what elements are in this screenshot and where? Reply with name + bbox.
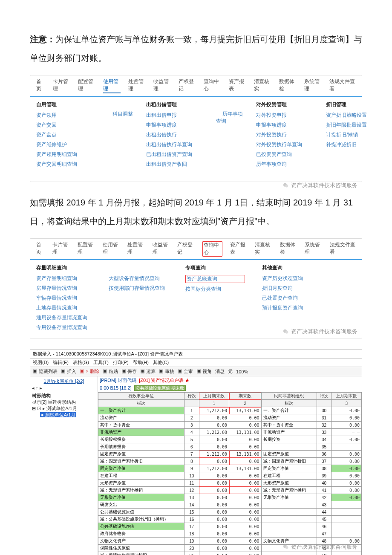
nav-link[interactable]: 资产维修维护 <box>36 141 96 148</box>
tab[interactable]: 处置管理 <box>127 241 145 257</box>
nav-link[interactable]: 对外投资执行 <box>256 131 316 139</box>
tab[interactable]: 配置管理 <box>78 241 95 257</box>
tab[interactable]: 清查核实 <box>255 241 272 257</box>
nav-link[interactable]: 出租出借执行 <box>146 131 206 139</box>
tab[interactable]: 收益管理 <box>153 78 171 93</box>
menu-item[interactable]: 打印(P) <box>113 359 129 366</box>
tab[interactable]: 法规文件查看 <box>330 241 356 257</box>
toolbar-button[interactable]: 100% <box>236 369 248 374</box>
nav-link[interactable]: 资产折旧策略设置 <box>326 112 386 119</box>
watermark: 资产决算软件技术咨询服务 <box>282 328 357 335</box>
nav-link[interactable]: 申报事项进度 <box>256 121 316 129</box>
wechat-icon <box>282 543 289 550</box>
tab[interactable]: 收益管理 <box>153 241 170 257</box>
paragraph-1: 注意：为保证单位资产账与单位财务账一致，每月提完折旧后可使用【折旧月度查询】与单… <box>30 30 362 67</box>
menu-item[interactable]: 编辑(E) <box>53 359 69 366</box>
data-grid: 行政事业单位行次上月期末数期末数民间非营利组织行次上月期末数栏次12栏次3一、资… <box>98 392 362 555</box>
tree-btn-show[interactable]: 显示[2] <box>32 399 46 405</box>
tab[interactable]: 查询中心 <box>204 78 221 93</box>
toolbar-button[interactable]: 消息 <box>215 368 225 375</box>
nav-link[interactable]: 补提冲减折旧 <box>326 141 386 148</box>
menu-item[interactable]: 工具(T) <box>93 359 109 366</box>
toolbar-button[interactable]: ▣ 视角 <box>196 368 212 375</box>
tab[interactable]: 配置管理 <box>78 78 95 93</box>
menu-item[interactable]: 视图(D) <box>33 359 49 366</box>
tree-btn-rebuild[interactable]: 重建树形结构 <box>48 399 76 405</box>
p1-rest: 为保证单位资产账与单位财务账一致，每月提完折旧后可使用【折旧月度查询】与单位财务… <box>30 35 362 63</box>
nav-link[interactable]: 资产交回明细查询 <box>36 161 96 168</box>
nav-link[interactable]: 出租出借执行单查询 <box>146 141 206 148</box>
tab[interactable]: 使用管理 <box>103 241 120 257</box>
svg-point-1 <box>285 185 288 188</box>
screenshot-2-body: 存量明细查询资产存量明细查询房屋存量情况查询车辆存量情况查询土地存量情况查询通用… <box>30 260 362 338</box>
screenshot-1: 首页卡片管理配置管理使用管理处置管理收益管理产权登记查询中心资产报表清查核实数据… <box>30 75 362 182</box>
toolbar-button[interactable]: ▣ 粘贴 <box>103 368 118 375</box>
tab[interactable]: 使用管理 <box>103 78 121 93</box>
screenshot-2: 首页卡片管理配置管理使用管理处置管理收益管理产权登记查询中心资产报表清查核实数据… <box>30 238 362 338</box>
paragraph-2: 如需填报 2019 年 1 月份月报，起始时间 2019 年 1 月 1日，结束… <box>30 193 362 231</box>
nav-link[interactable]: 资产盘点 <box>36 131 96 139</box>
nav-link[interactable]: 对外投资执行单查询 <box>256 141 316 148</box>
toolbar-button[interactable]: ▣ × 删除 <box>80 368 99 375</box>
tab[interactable]: 卡片管理 <box>52 241 70 257</box>
nav-link[interactable]: 计提折旧/摊销 <box>326 131 386 139</box>
tree-link[interactable]: 1月\n报表单位 [2/2] <box>32 378 96 384</box>
wechat-icon <box>282 182 289 189</box>
tab[interactable]: 系统管理 <box>305 241 322 257</box>
tab[interactable]: 资产报表 <box>230 241 248 257</box>
tab[interactable]: 数据体检 <box>280 241 297 257</box>
menubar: 视图(D)编辑(E)表格(G)工具(T)打印(P)帮助(H)其他(C) <box>30 358 362 367</box>
nav-link[interactable]: 折旧年限批量设置 <box>326 121 386 129</box>
tree-item-selected[interactable]: ● 测试单位A/1月 <box>39 412 96 418</box>
tab[interactable]: 首页 <box>36 241 45 257</box>
tab-bar-2: 首页卡片管理配置管理使用管理处置管理收益管理产权登记查询中心资产报表清查核实数据… <box>30 239 362 260</box>
svg-point-3 <box>285 331 288 334</box>
toolbar-button[interactable]: ▣ 隐藏列表 <box>33 368 58 375</box>
titlebar: 数据录入 - 11410300005372348K010 测试单位A - [Z0… <box>30 350 362 358</box>
nav-link[interactable]: 对外投资申报 <box>256 112 316 119</box>
wechat-icon <box>282 328 289 335</box>
nav-link[interactable]: 历年事项查询 <box>256 161 316 168</box>
tab[interactable]: 法规文件查看 <box>329 78 356 93</box>
screenshot-1-body: 自用管理资产领用资产交回资产盘点资产维修维护资产领用明细查询资产交回明细查询 —… <box>30 97 362 182</box>
tab[interactable]: 系统管理 <box>304 78 322 93</box>
nav-link[interactable]: 资产领用明细查询 <box>36 151 96 158</box>
toolbar-button[interactable]: ▣ 审核 <box>159 368 174 375</box>
watermark: 资产决算软件技术咨询服务 <box>282 543 357 551</box>
tab[interactable]: 首页 <box>36 78 45 93</box>
tab[interactable]: 处置管理 <box>128 78 146 93</box>
nav-link[interactable]: 资产交回 <box>36 121 96 129</box>
nav-link[interactable]: 申报事项进度 <box>146 121 206 129</box>
tree-item[interactable]: ⊟ ☑ ▸ 测试单位A/1月 <box>32 405 96 412</box>
nav-link[interactable]: 资产领用 <box>36 112 96 119</box>
tab[interactable]: 资产报表 <box>229 78 246 93</box>
menu-item[interactable]: 其他(C) <box>153 359 169 366</box>
tab-bar: 首页卡片管理配置管理使用管理处置管理收益管理产权登记查询中心资产报表清查核实数据… <box>30 75 362 97</box>
screenshot-3-tool-window: 数据录入 - 11410300005372348K010 测试单位A - [Z0… <box>30 350 362 555</box>
nav-link[interactable]: 出租出借资产收回 <box>146 161 206 168</box>
tree-panel: 1月\n报表单位 [2/2] ◂ ↑ ▸ 树形结构 显示[2] 重建树形结构 ⊟… <box>30 376 98 555</box>
toolbar-button[interactable]: ▣ 全审 <box>178 368 193 375</box>
tab[interactable]: 产权登记 <box>177 241 195 257</box>
nav-link[interactable]: 已出租出借资产查询 <box>146 151 206 158</box>
watermark: 资产决算软件技术咨询服务 <box>282 182 357 189</box>
tab[interactable]: 卡片管理 <box>53 78 70 93</box>
nav-link[interactable]: 出租出借申报 <box>146 112 206 119</box>
sheet-tab[interactable]: 公共基础设施原值 期末数 <box>134 385 186 391</box>
tab[interactable]: 数据体检 <box>279 78 297 93</box>
p1-bold: 注意： <box>30 35 55 44</box>
toolbar: ▣ 隐藏列表▣ 插入▣ × 删除▣ 粘贴▣ 保存▣ 运算▣ 审核▣ 全审▣ 视角… <box>30 367 362 376</box>
toolbar-button[interactable]: ▣ 保存 <box>121 368 137 375</box>
svg-point-5 <box>285 546 288 549</box>
menu-item[interactable]: 帮助(H) <box>133 359 149 366</box>
toolbar-button[interactable]: 元 <box>228 368 233 375</box>
toolbar-button[interactable]: ▣ 运算 <box>140 368 156 375</box>
nav-link[interactable]: 已投资资产查询 <box>256 151 316 158</box>
menu-item[interactable]: 表格(G) <box>73 359 89 366</box>
tab[interactable]: 清查核实 <box>254 78 271 93</box>
toolbar-button[interactable]: ▣ 插入 <box>61 368 76 375</box>
tab[interactable]: 产权登记 <box>179 78 196 93</box>
